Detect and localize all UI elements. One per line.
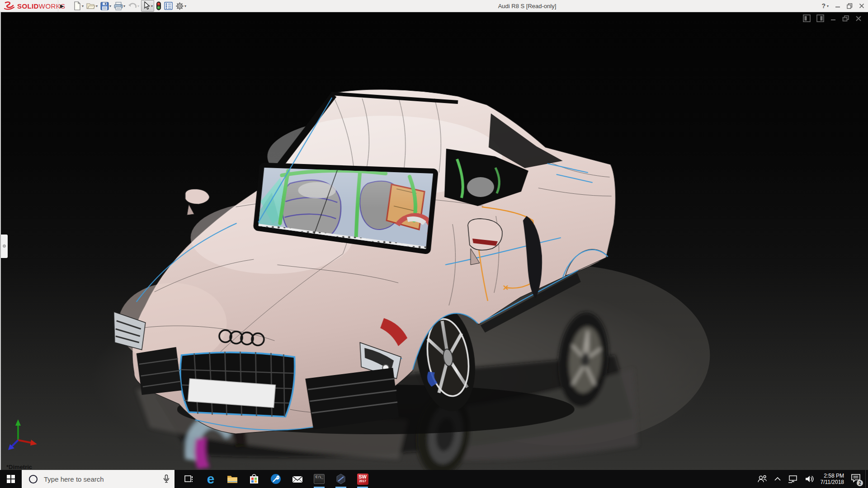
dropdown-arrow[interactable]: ▾: [123, 4, 125, 8]
front-grille[interactable]: [180, 352, 295, 417]
dropdown-arrow[interactable]: ▾: [137, 4, 139, 8]
tray-date: 7/11/2018: [821, 479, 844, 485]
left-intake[interactable]: [137, 347, 182, 395]
people-icon[interactable]: [757, 474, 767, 483]
minimize-icon: [835, 3, 840, 9]
close-button[interactable]: [859, 3, 864, 9]
new-document-icon: [73, 1, 81, 10]
pane-toggle-right-icon[interactable]: [816, 14, 824, 22]
menu-expander-arrow[interactable]: ▶: [58, 0, 66, 12]
microsoft-store-button[interactable]: [243, 470, 265, 488]
restore-button[interactable]: [847, 3, 853, 9]
left-mirror[interactable]: [185, 189, 210, 215]
file-explorer-icon: [227, 474, 238, 483]
windows-taskbar: Type here to search e: [0, 470, 868, 488]
solidworks-2017-button[interactable]: SW2017: [352, 470, 373, 488]
cortana-icon: [29, 475, 38, 483]
command-prompt-icon: C:\_: [314, 474, 325, 484]
wrench-circle-icon: [270, 474, 281, 484]
graphics-viewport[interactable]: *Dimetric: [0, 12, 868, 470]
open-folder-icon: [86, 2, 95, 10]
doc-minimize-icon[interactable]: [830, 15, 836, 22]
dropdown-arrow[interactable]: ▾: [184, 4, 186, 8]
save-floppy-icon: [100, 2, 109, 10]
window-controls: ?▾: [821, 0, 864, 12]
document-window-controls: [803, 14, 862, 22]
edge-icon: e: [207, 473, 215, 485]
network-icon[interactable]: [788, 475, 798, 483]
undo-icon: [128, 2, 137, 10]
taskbar-search-input[interactable]: Type here to search: [22, 470, 175, 488]
dropdown-arrow[interactable]: ▾: [109, 4, 111, 8]
task-view-icon: [184, 474, 194, 484]
reference-triad: [8, 419, 37, 450]
tray-chevron-up-icon[interactable]: [774, 477, 781, 481]
help-button[interactable]: ?▾: [821, 2, 829, 9]
dropdown-arrow[interactable]: ▾: [82, 4, 84, 8]
x-axis-arrow: [30, 440, 37, 446]
mail-button[interactable]: [287, 470, 308, 488]
new-document-button[interactable]: ▾: [72, 0, 85, 11]
show-desktop-button[interactable]: [865, 470, 868, 488]
restore-icon: [847, 3, 853, 9]
tray-clock[interactable]: 2:58 PM 7/11/2018: [821, 473, 844, 485]
taskbar-app-icons: e: [178, 470, 373, 488]
system-tray: 2:58 PM 7/11/2018 2: [757, 470, 866, 488]
file-explorer-button[interactable]: [222, 470, 243, 488]
action-center-button[interactable]: 2: [851, 474, 861, 484]
display-manager-button[interactable]: [163, 0, 174, 11]
search-placeholder: Type here to search: [44, 475, 163, 483]
view-orientation-label: *Dimetric: [6, 464, 32, 470]
window-title: Audi R8 S [Read-only]: [498, 0, 557, 12]
doc-restore-icon[interactable]: [842, 15, 849, 22]
dropdown-arrow[interactable]: ▾: [96, 4, 98, 8]
pane-toggle-left-icon[interactable]: [803, 14, 811, 22]
windows-logo-icon: [7, 475, 15, 483]
print-button[interactable]: ▾: [113, 0, 126, 11]
save-button[interactable]: ▾: [99, 0, 112, 11]
options-button[interactable]: ▾: [175, 0, 187, 11]
solidworks-app-icon: SW2017: [357, 474, 368, 485]
hexagon-app-button[interactable]: [330, 470, 352, 488]
edge-button[interactable]: e: [200, 470, 222, 488]
minimize-button[interactable]: [835, 3, 840, 9]
select-cursor-icon: [142, 1, 151, 10]
car-3d-model[interactable]: [1, 12, 868, 470]
main-toolbar: ▾ ▾ ▾ ▾: [72, 0, 187, 12]
doc-close-icon[interactable]: [855, 15, 862, 22]
settings-wrench-button[interactable]: [265, 470, 287, 488]
volume-icon[interactable]: [805, 475, 814, 483]
start-button[interactable]: [0, 470, 22, 488]
dropdown-arrow[interactable]: ▾: [151, 4, 153, 8]
solidworks-logo: SOLIDWORKS: [4, 0, 66, 12]
notification-badge: 2: [857, 480, 863, 486]
microphone-icon[interactable]: [163, 474, 170, 483]
close-icon: [859, 3, 864, 9]
solidworks-logo-icon: [4, 1, 15, 10]
mail-icon: [292, 474, 303, 483]
gear-icon: [175, 2, 184, 10]
stoplight-icon: [156, 1, 161, 10]
hexagon-app-icon: [335, 474, 346, 484]
display-manager-icon: [164, 2, 173, 10]
rebuild-stoplight-button[interactable]: [155, 0, 162, 11]
print-icon: [114, 2, 123, 10]
panel-tab-knob: [3, 244, 6, 248]
microsoft-store-icon: [249, 474, 259, 484]
feature-panel-tab[interactable]: [1, 235, 8, 258]
undo-button[interactable]: ▾: [127, 0, 140, 11]
y-axis-arrow: [15, 419, 21, 426]
open-button[interactable]: ▾: [85, 0, 99, 11]
task-view-button[interactable]: [178, 470, 200, 488]
tray-time: 2:58 PM: [821, 473, 844, 479]
command-prompt-button[interactable]: C:\_: [308, 470, 330, 488]
app-titlebar: SOLIDWORKS ▶ ▾ ▾ ▾: [0, 0, 868, 12]
select-tool-button[interactable]: ▾: [141, 0, 154, 12]
